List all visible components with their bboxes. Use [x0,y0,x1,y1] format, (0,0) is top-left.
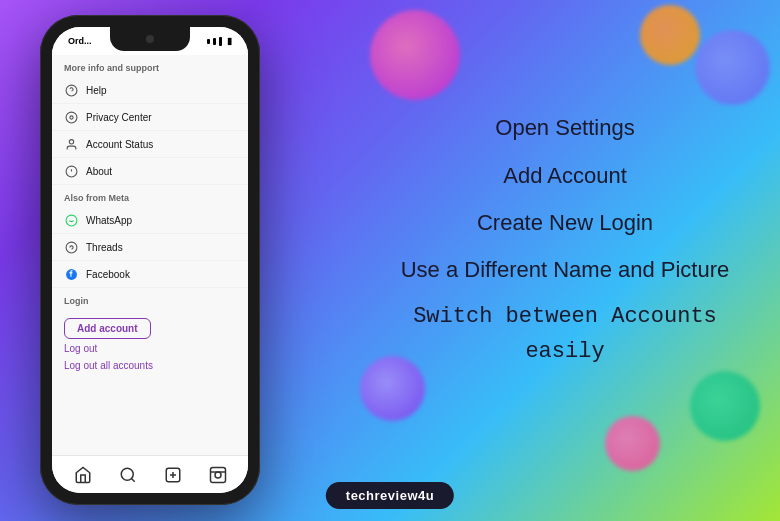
signal-2 [213,38,216,45]
phone-content: Ord... ▮ More info and support Help [52,27,248,493]
status-time: Ord... [68,36,92,46]
threads-label: Threads [86,242,123,253]
menu-item-account-status[interactable]: Account Status [52,131,248,158]
status-right: ▮ [207,36,232,46]
feature-4: Use a Different Name and Picture [401,248,730,291]
home-nav-icon[interactable] [73,465,93,485]
help-label: Help [86,85,107,96]
signal-1 [207,39,210,44]
phone-screen: Ord... ▮ More info and support Help [52,27,248,493]
svg-rect-16 [210,467,225,482]
features-panel: Open Settings Add Account Create New Log… [350,0,780,480]
about-icon [64,164,78,178]
threads-icon [64,240,78,254]
svg-point-4 [69,139,73,143]
logout-all-link[interactable]: Log out all accounts [64,358,236,373]
search-nav-icon[interactable] [118,465,138,485]
feature-2: Add Account [503,154,627,197]
phone-notch [110,27,190,51]
feature-1: Open Settings [495,106,634,149]
menu-item-facebook[interactable]: Facebook [52,261,248,288]
facebook-icon [64,267,78,281]
menu-item-whatsapp[interactable]: WhatsApp [52,207,248,234]
add-nav-icon[interactable] [163,465,183,485]
help-icon [64,83,78,97]
login-section-label: Login [52,288,248,310]
footer-badge: techreview4u [326,482,454,509]
whatsapp-icon [64,213,78,227]
privacy-label: Privacy Center [86,112,152,123]
facebook-label: Facebook [86,269,130,280]
phone-outer: Ord... ▮ More info and support Help [40,15,260,505]
account-status-label: Account Status [86,139,153,150]
about-label: About [86,166,112,177]
account-status-icon [64,137,78,151]
svg-point-2 [66,112,77,123]
login-section: Add account Log out Log out all accounts [52,310,248,377]
menu-item-help[interactable]: Help [52,77,248,104]
menu-item-privacy[interactable]: Privacy Center [52,104,248,131]
battery-icon: ▮ [227,36,232,46]
section-meta: Also from Meta [52,185,248,207]
menu-item-threads[interactable]: Threads [52,234,248,261]
privacy-icon [64,110,78,124]
feature-5: Switch between Accounts easily [390,295,740,373]
svg-point-11 [121,468,133,480]
add-account-button[interactable]: Add account [64,318,151,339]
reels-nav-icon[interactable] [208,465,228,485]
feature-3: Create New Login [477,201,653,244]
front-camera [146,35,154,43]
signal-3 [219,37,222,46]
logout-link[interactable]: Log out [64,339,236,358]
menu-item-about[interactable]: About [52,158,248,185]
section-more-info: More info and support [52,55,248,77]
svg-point-9 [66,242,77,253]
svg-point-3 [69,115,72,118]
phone-mockup: Ord... ▮ More info and support Help [40,15,260,505]
svg-point-8 [66,215,77,226]
bottom-nav [52,455,248,493]
svg-line-12 [131,478,134,481]
svg-point-17 [215,472,221,478]
whatsapp-label: WhatsApp [86,215,132,226]
